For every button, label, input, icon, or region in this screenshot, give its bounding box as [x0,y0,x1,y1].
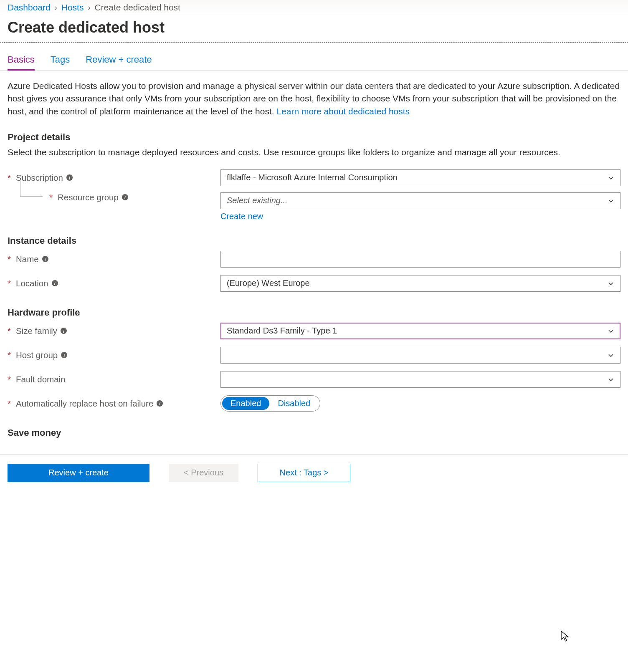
host-group-dropdown[interactable] [220,347,620,364]
tab-basics[interactable]: Basics [8,54,35,71]
label-resource-group: * Resource group i [8,192,220,202]
toggle-option-enabled[interactable]: Enabled [222,397,269,410]
toggle-option-disabled[interactable]: Disabled [269,397,319,410]
resource-group-placeholder: Select existing... [227,196,288,205]
breadcrumb-current: Create dedicated host [94,3,180,13]
required-icon: * [49,192,53,202]
info-icon[interactable]: i [66,174,73,181]
resource-group-dropdown[interactable]: Select existing... [220,192,620,209]
learn-more-link[interactable]: Learn more about dedicated hosts [276,106,410,116]
subscription-dropdown[interactable]: flklaffe - Microsoft Azure Internal Cons… [220,169,620,186]
location-dropdown[interactable]: (Europe) West Europe [220,275,620,292]
breadcrumb-link-dashboard[interactable]: Dashboard [8,3,51,13]
auto-replace-toggle[interactable]: Enabled Disabled [220,395,320,412]
chevron-down-icon [608,352,614,359]
breadcrumb-link-hosts[interactable]: Hosts [61,3,84,13]
info-icon[interactable]: i [157,400,163,407]
breadcrumb: Dashboard › Hosts › Create dedicated hos… [0,0,628,16]
label-size-family: * Size family i [8,326,220,336]
size-family-dropdown[interactable]: Standard Ds3 Family - Type 1 [220,323,620,339]
next-tags-button[interactable]: Next : Tags > [258,464,350,482]
tabs: Basics Tags Review + create [0,43,628,71]
tab-review-create[interactable]: Review + create [86,54,152,70]
required-icon: * [8,399,11,409]
chevron-down-icon [608,328,614,334]
section-heading-hardware: Hardware profile [8,307,620,318]
tab-tags[interactable]: Tags [51,54,70,70]
chevron-down-icon [608,280,614,287]
section-heading-save-money: Save money [8,427,620,438]
required-icon: * [8,173,11,183]
required-icon: * [8,350,11,360]
page-title: Create dedicated host [0,16,628,43]
info-icon[interactable]: i [61,352,67,358]
label-host-group: * Host group i [8,350,220,360]
create-new-link[interactable]: Create new [220,212,620,221]
required-icon: * [8,278,11,288]
required-icon: * [8,254,11,264]
size-family-value: Standard Ds3 Family - Type 1 [227,326,337,336]
tree-elbow-icon [20,180,43,197]
previous-button: < Previous [169,464,238,482]
chevron-down-icon [608,174,614,181]
required-icon: * [8,374,11,384]
chevron-right-icon: › [88,3,90,12]
footer-actions: Review + create < Previous Next : Tags > [0,454,628,491]
info-icon[interactable]: i [42,256,48,262]
review-create-button[interactable]: Review + create [8,464,149,482]
fault-domain-dropdown[interactable] [220,371,620,388]
intro-paragraph: Azure Dedicated Hosts allow you to provi… [8,80,620,118]
chevron-down-icon [608,197,614,204]
section-heading-project: Project details [8,132,620,143]
chevron-down-icon [608,376,614,383]
section-heading-instance: Instance details [8,235,620,246]
info-icon[interactable]: i [61,328,67,334]
label-name: * Name i [8,254,220,264]
name-input[interactable] [220,251,620,268]
section-description-project: Select the subscription to manage deploy… [8,146,620,159]
subscription-value: flklaffe - Microsoft Azure Internal Cons… [227,173,398,182]
info-icon[interactable]: i [122,194,128,200]
chevron-right-icon: › [55,3,57,12]
label-location: * Location i [8,278,220,288]
required-icon: * [8,326,11,336]
label-fault-domain: * Fault domain [8,374,220,384]
location-value: (Europe) West Europe [227,278,310,288]
info-icon[interactable]: i [52,280,58,286]
label-auto-replace: * Automatically replace host on failure … [8,399,220,409]
